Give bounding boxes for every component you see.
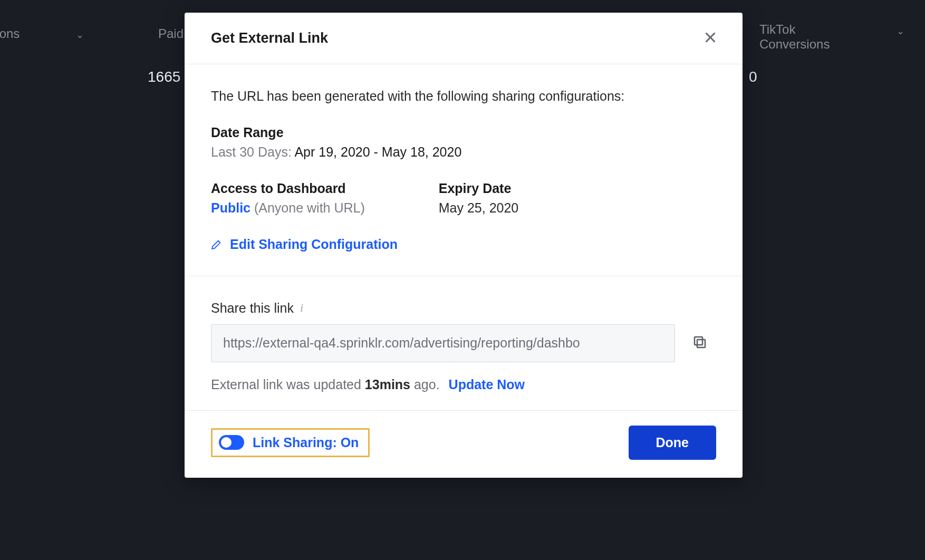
updated-time: 13mins <box>365 377 410 392</box>
date-range-label: Date Range <box>211 125 716 140</box>
bg-col3-label: TikTok Conversions <box>759 22 830 52</box>
expiry-label: Expiry Date <box>439 181 519 196</box>
expiry-column: Expiry Date May 25, 2020 <box>439 181 519 216</box>
date-range-value: Last 30 Days: Apr 19, 2020 - May 18, 202… <box>211 144 716 160</box>
access-public-link[interactable]: Public <box>211 200 250 215</box>
date-range-dates: Apr 19, 2020 - May 18, 2020 <box>294 144 461 159</box>
link-sharing-toggle[interactable] <box>219 435 244 450</box>
date-range-prefix: Last 30 Days: <box>211 144 294 159</box>
share-link-label: Share this link i <box>211 301 716 316</box>
modal-footer: Link Sharing: On Done <box>185 411 743 478</box>
link-sharing-highlight: Link Sharing: On <box>211 428 370 457</box>
close-icon <box>704 31 717 44</box>
bg-col-header[interactable]: TikTok Conversions <box>749 17 907 57</box>
copy-button[interactable] <box>688 330 712 356</box>
done-button[interactable]: Done <box>629 426 717 460</box>
close-button[interactable] <box>700 27 720 49</box>
modal-title: Get External Link <box>211 30 328 46</box>
svg-rect-3 <box>695 337 702 345</box>
bg-col-header[interactable]: ersions ⌄ <box>0 21 105 46</box>
chevron-down-icon: ⌄ <box>897 25 904 37</box>
bg-value: 0 <box>749 69 757 85</box>
updated-suffix: ago. <box>410 377 440 392</box>
bg-value: 1665 <box>148 69 180 85</box>
share-section: Share this link i External link was upda… <box>185 276 743 411</box>
access-label: Access to Dashboard <box>211 181 365 196</box>
info-icon[interactable]: i <box>300 301 303 315</box>
access-column: Access to Dashboard Public (Anyone with … <box>211 181 365 216</box>
share-url-input[interactable] <box>211 324 675 362</box>
bg-col1-label: ersions <box>0 26 20 41</box>
expiry-value: May 25, 2020 <box>439 200 519 216</box>
config-columns: Access to Dashboard Public (Anyone with … <box>211 181 716 216</box>
edit-sharing-config-label: Edit Sharing Configuration <box>230 237 398 252</box>
share-link-label-text: Share this link <box>211 301 294 316</box>
bg-col2-label: Paid <box>158 26 184 41</box>
access-note: (Anyone with URL) <box>250 200 365 215</box>
chevron-down-icon: ⌄ <box>76 29 84 41</box>
external-link-modal: Get External Link The URL has been gener… <box>185 13 743 478</box>
updated-prefix: External link was updated <box>211 377 365 392</box>
modal-body: The URL has been generated with the foll… <box>185 64 743 276</box>
copy-icon <box>692 334 708 350</box>
edit-sharing-config-link[interactable]: Edit Sharing Configuration <box>211 237 398 252</box>
update-now-link[interactable]: Update Now <box>449 377 525 392</box>
intro-text: The URL has been generated with the foll… <box>211 89 716 104</box>
pencil-icon <box>211 239 223 250</box>
link-row <box>211 324 716 362</box>
access-value-row: Public (Anyone with URL) <box>211 200 365 216</box>
link-sharing-label: Link Sharing: On <box>253 435 359 450</box>
modal-header: Get External Link <box>185 13 743 64</box>
updated-line: External link was updated 13mins ago. Up… <box>211 377 716 392</box>
svg-rect-2 <box>697 340 705 347</box>
